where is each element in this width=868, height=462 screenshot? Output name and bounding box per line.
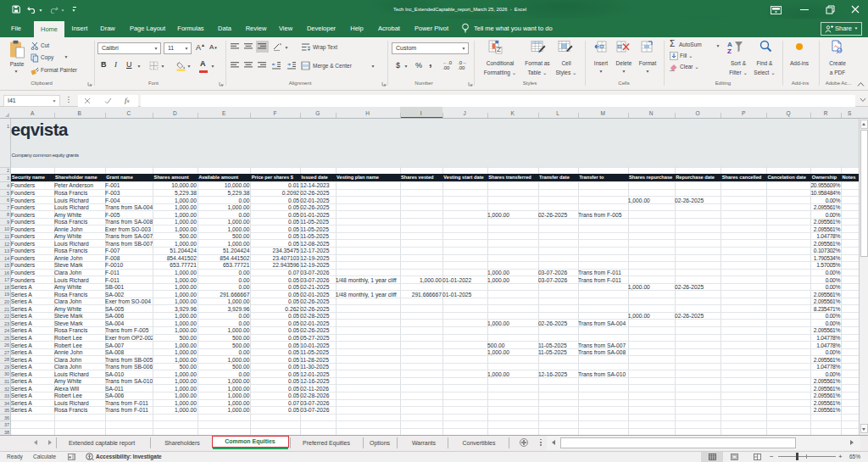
svg-text:Z: Z [727, 47, 732, 54]
